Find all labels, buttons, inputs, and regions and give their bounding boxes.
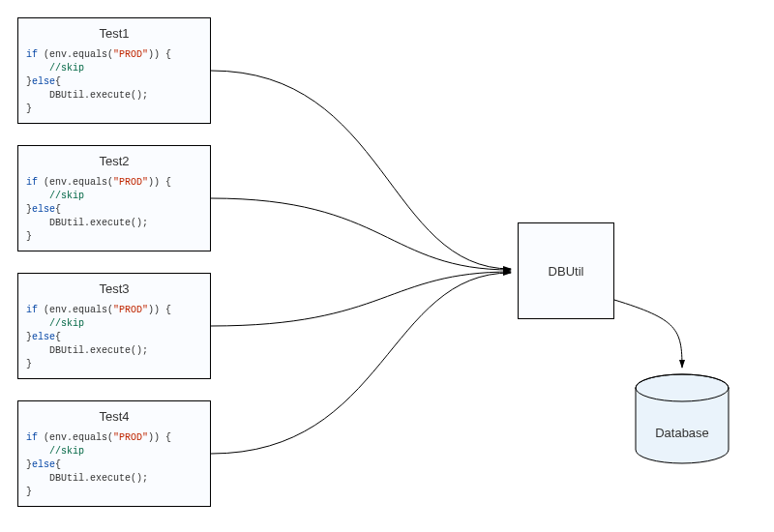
test-title: Test2 (18, 146, 210, 174)
code-block: if (env.equals("PROD")) { //skip }else{ … (18, 429, 210, 501)
database-label: Database (629, 426, 735, 440)
test-title: Test1 (18, 18, 210, 46)
arrow-dbutil-database (614, 300, 682, 368)
test-box-3: Test3 if (env.equals("PROD")) { //skip }… (17, 273, 211, 379)
test-box-1: Test1 if (env.equals("PROD")) { //skip }… (17, 17, 211, 124)
test-title: Test4 (18, 401, 210, 429)
arrow-test1-dbutil (211, 71, 511, 269)
test-box-4: Test4 if (env.equals("PROD")) { //skip }… (17, 400, 211, 507)
test-box-2: Test2 if (env.equals("PROD")) { //skip }… (17, 145, 211, 251)
test-title: Test3 (18, 274, 210, 302)
arrow-test2-dbutil (211, 198, 511, 270)
arrow-test4-dbutil (211, 273, 511, 454)
code-block: if (env.equals("PROD")) { //skip }else{ … (18, 46, 210, 118)
dbutil-label: DBUtil (549, 264, 584, 279)
arrow-test3-dbutil (211, 272, 511, 326)
database-cylinder (629, 372, 735, 469)
dbutil-box: DBUtil (518, 222, 614, 319)
code-block: if (env.equals("PROD")) { //skip }else{ … (18, 302, 210, 373)
code-block: if (env.equals("PROD")) { //skip }else{ … (18, 174, 210, 246)
